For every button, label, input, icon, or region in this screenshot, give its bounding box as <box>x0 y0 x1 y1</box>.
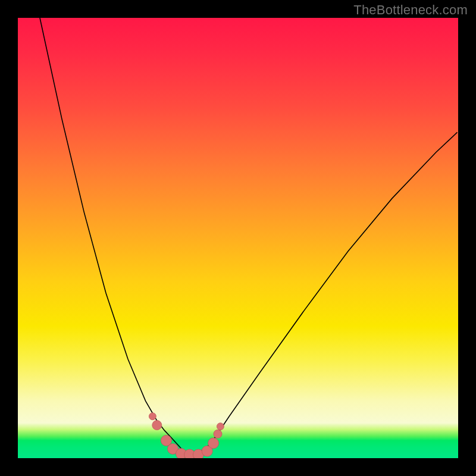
marker-group <box>149 413 224 458</box>
chart-canvas: TheBottleneck.com <box>0 0 476 476</box>
watermark-text: TheBottleneck.com <box>353 2 468 18</box>
data-point <box>217 423 224 430</box>
data-point <box>149 413 156 420</box>
data-point <box>208 438 219 449</box>
plot-area <box>18 18 458 458</box>
chart-overlay <box>18 18 458 458</box>
data-point <box>152 421 162 430</box>
data-point <box>214 430 222 438</box>
curve-right <box>190 132 457 458</box>
curve-left <box>40 18 190 458</box>
